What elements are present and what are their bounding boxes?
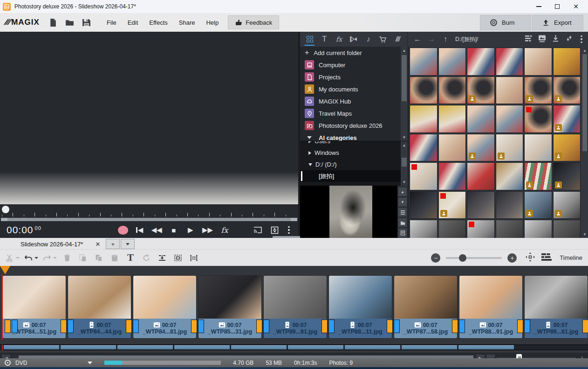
scroll-up-icon[interactable]: ▲ — [401, 141, 408, 149]
mediapool-tab-transitions[interactable] — [347, 32, 360, 47]
scroll-down-icon[interactable]: ▼ — [581, 230, 588, 238]
mediapool-tab-services[interactable]: /// — [391, 32, 404, 47]
undo-dropdown-icon[interactable] — [34, 257, 38, 259]
rotate-button[interactable] — [141, 252, 152, 264]
media-thumbnail[interactable] — [524, 220, 552, 238]
media-thumbnail[interactable] — [524, 48, 552, 76]
media-thumbnail[interactable] — [438, 191, 466, 219]
media-thumbnail[interactable] — [496, 220, 524, 238]
timeline-clip-2[interactable]: 00:07_WTP84...44.jpg — [68, 275, 131, 339]
folder-icon[interactable] — [398, 218, 407, 227]
cut-button[interactable] — [6, 252, 20, 264]
menu-share[interactable]: Share — [173, 16, 201, 29]
media-thumbnail[interactable] — [410, 48, 438, 76]
media-thumbnail[interactable] — [553, 77, 581, 104]
media-thumbnail[interactable] — [496, 105, 524, 133]
timeline-clip-5[interactable]: 00:07_WTP89...81.jpg — [263, 275, 327, 339]
timeline-overview[interactable] — [0, 344, 588, 350]
chevron-right-icon[interactable] — [308, 151, 311, 155]
mediapool-tab-music[interactable]: ♪ — [362, 32, 375, 47]
media-thumbnail[interactable] — [553, 191, 581, 219]
open-project-button[interactable] — [63, 15, 77, 29]
delete-button[interactable] — [62, 252, 73, 264]
media-thumbnail[interactable] — [496, 134, 524, 162]
close-button[interactable]: ✕ — [567, 0, 585, 13]
cut-dropdown-icon[interactable] — [16, 257, 20, 259]
nav-back-button[interactable]: ← — [411, 35, 424, 43]
media-thumbnail[interactable] — [553, 134, 581, 162]
timeline-zoom-out-button[interactable]: − — [486, 355, 495, 359]
import-icon[interactable] — [552, 35, 560, 44]
grid-scrollbar[interactable]: ▲ ▼ — [581, 47, 588, 238]
scroll-up-icon[interactable]: ▲ — [581, 47, 588, 54]
clip-label[interactable]: 00:07_WTP87...58.jpg — [394, 319, 457, 338]
mediapool-tab-store[interactable] — [376, 32, 390, 47]
media-thumbnail[interactable] — [467, 220, 495, 238]
nav-forward-button[interactable]: → — [425, 35, 438, 43]
fullscreen-button[interactable] — [269, 224, 280, 236]
tree-item-Windows[interactable]: Windows — [300, 147, 401, 159]
folder-item-travel-maps[interactable]: Travel Maps — [300, 107, 401, 119]
scroll-down-icon[interactable]: ▼ — [401, 178, 408, 186]
preview-ruler[interactable] — [0, 204, 298, 216]
scroll-left-button[interactable]: ◀ — [2, 355, 10, 359]
clip-thumbnail[interactable] — [198, 276, 261, 319]
menu-edit[interactable]: Edit — [122, 16, 144, 29]
clip-thumbnail[interactable] — [394, 276, 457, 319]
prev-file-button[interactable]: ▲ — [398, 188, 407, 196]
tab-list-dropdown[interactable] — [121, 239, 135, 249]
zoom-slider-knob[interactable] — [459, 254, 466, 262]
clip-label[interactable]: 00:07_WTP88...11.jpg — [329, 319, 392, 338]
folder-item-projects[interactable]: Projects — [300, 71, 401, 83]
timeline-clip-4[interactable]: 00:07_WTP85...31.jpg — [198, 275, 262, 339]
list-icon[interactable] — [398, 208, 407, 216]
video-preview[interactable] — [0, 32, 298, 204]
clip-thumbnail[interactable] — [133, 276, 196, 319]
media-thumbnail[interactable] — [496, 77, 524, 104]
scroll-down-icon[interactable]: ▼ — [401, 133, 408, 141]
next-file-button[interactable]: ▼ — [398, 198, 407, 206]
folder-item-my-documents[interactable]: My documents — [300, 83, 401, 95]
redo-dropdown-icon[interactable] — [53, 257, 57, 259]
tree-item--旅拍-[interactable]: [旅拍] — [300, 170, 401, 182]
preview-playhead[interactable] — [2, 206, 9, 213]
copy-button[interactable] — [93, 252, 104, 264]
media-thumbnail[interactable] — [438, 134, 466, 162]
timeline-scroll-thumb[interactable] — [19, 355, 473, 359]
play-button[interactable]: ▶ — [185, 224, 196, 236]
preview-menu-kebab[interactable] — [286, 226, 292, 234]
tab-slideshow[interactable]: Slideshow 2026-04-17* ✕ — [7, 239, 105, 249]
menu-help[interactable]: Help — [200, 16, 224, 29]
fit-view-icon[interactable] — [525, 252, 535, 264]
undo-button[interactable] — [24, 252, 38, 264]
clip-thumbnail[interactable] — [264, 276, 327, 319]
zoom-in-button[interactable]: + — [507, 253, 517, 263]
timeline-clip-7[interactable]: 00:07_WTP87...58.jpg — [394, 275, 458, 339]
timeline-ruler[interactable] — [0, 266, 588, 275]
media-thumbnail[interactable] — [438, 48, 466, 76]
media-thumbnail[interactable] — [410, 105, 438, 133]
target-dropdown-icon[interactable] — [88, 362, 92, 364]
media-thumbnail[interactable] — [410, 220, 438, 238]
burn-button[interactable]: Burn — [480, 15, 531, 30]
timeline-mode-label[interactable]: Timeline — [560, 254, 582, 261]
timeline-clip-1[interactable]: 00:07_WTP84...51.jpg — [2, 275, 66, 339]
details-view-icon[interactable] — [525, 35, 533, 44]
redo-button[interactable] — [43, 252, 57, 264]
stop-button[interactable]: ■ — [169, 224, 179, 236]
media-thumbnail[interactable] — [524, 77, 552, 104]
media-thumbnail[interactable] — [410, 134, 438, 162]
folder-item-magix-hub[interactable]: MAGIX Hub — [300, 95, 401, 107]
nav-up-button[interactable]: ↑ — [439, 35, 451, 43]
clip-label[interactable]: 00:07_WTP84...44.jpg — [68, 319, 131, 338]
new-project-button[interactable] — [46, 15, 60, 29]
scroll-right-button[interactable]: ▶ — [476, 355, 485, 359]
clip-label[interactable]: 00:07_WTP89...81.jpg — [264, 319, 327, 338]
media-thumbnail[interactable] — [553, 220, 581, 238]
minimize-button[interactable] — [529, 0, 548, 13]
title-editor-button[interactable]: T — [125, 252, 136, 264]
menu-effects[interactable]: Effects — [144, 16, 173, 29]
media-thumbnail[interactable] — [438, 162, 466, 190]
timeline-playhead[interactable] — [0, 266, 10, 274]
clip-thumbnail[interactable] — [459, 276, 522, 319]
